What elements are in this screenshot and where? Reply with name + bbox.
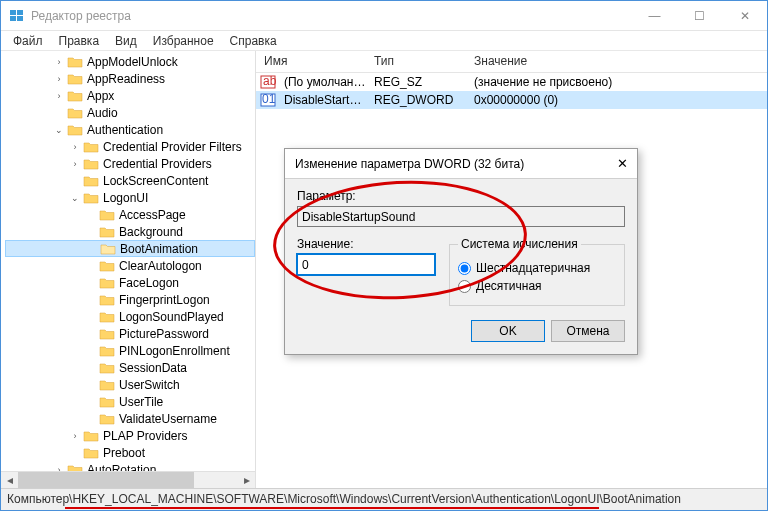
tree-item-label: LogonSoundPlayed bbox=[119, 310, 224, 324]
chevron-right-icon[interactable]: › bbox=[69, 159, 81, 169]
radio-hex[interactable]: Шестнадцатеричная bbox=[458, 261, 616, 275]
tree-item[interactable]: Preboot bbox=[5, 444, 255, 461]
dialog-title: Изменение параметра DWORD (32 бита) bbox=[295, 157, 600, 171]
dword-value-icon bbox=[260, 92, 276, 108]
tree-item-label: UserSwitch bbox=[119, 378, 180, 392]
col-value[interactable]: Значение bbox=[466, 51, 706, 72]
menu-file[interactable]: Файл bbox=[5, 32, 51, 50]
tree-item[interactable]: LockScreenContent bbox=[5, 172, 255, 189]
tree-item[interactable]: ›Appx bbox=[5, 87, 255, 104]
folder-icon bbox=[99, 259, 115, 273]
tree-item[interactable]: UserSwitch bbox=[5, 376, 255, 393]
tree-item[interactable]: FaceLogon bbox=[5, 274, 255, 291]
folder-icon bbox=[99, 310, 115, 324]
folder-icon bbox=[99, 208, 115, 222]
statusbar: Компьютер\HKEY_LOCAL_MACHINE\SOFTWARE\Mi… bbox=[1, 488, 767, 510]
folder-icon bbox=[99, 412, 115, 426]
string-value-icon bbox=[260, 74, 276, 90]
tree-item[interactable]: Audio bbox=[5, 104, 255, 121]
tree-item-label: AppReadiness bbox=[87, 72, 165, 86]
col-type[interactable]: Тип bbox=[366, 51, 466, 72]
window-titlebar: Редактор реестра — ☐ ✕ bbox=[1, 1, 767, 31]
chevron-right-icon[interactable]: › bbox=[53, 91, 65, 101]
chevron-right-icon[interactable]: › bbox=[53, 57, 65, 67]
cell-name: DisableStartupS... bbox=[280, 92, 370, 108]
tree-item-label: PicturePassword bbox=[119, 327, 209, 341]
tree-item-label: Background bbox=[119, 225, 183, 239]
chevron-right-icon[interactable]: › bbox=[69, 142, 81, 152]
tree-item-label: Credential Provider Filters bbox=[103, 140, 242, 154]
tree-item[interactable]: ClearAutologon bbox=[5, 257, 255, 274]
annotation-underline bbox=[65, 507, 599, 509]
tree-item-label: Authentication bbox=[87, 123, 163, 137]
tree-item[interactable]: UserTile bbox=[5, 393, 255, 410]
value-input[interactable] bbox=[297, 254, 435, 275]
tree-item-label: Audio bbox=[87, 106, 118, 120]
tree-item[interactable]: ›PLAP Providers bbox=[5, 427, 255, 444]
menu-edit[interactable]: Правка bbox=[51, 32, 108, 50]
base-legend: Система исчисления bbox=[458, 237, 581, 251]
folder-icon bbox=[99, 361, 115, 375]
list-header: Имя Тип Значение bbox=[256, 51, 767, 73]
tree-item[interactable]: ›AppModelUnlock bbox=[5, 53, 255, 70]
chevron-right-icon[interactable]: › bbox=[53, 74, 65, 84]
maximize-button[interactable]: ☐ bbox=[677, 1, 722, 30]
tree-item[interactable]: ⌄Authentication bbox=[5, 121, 255, 138]
folder-icon bbox=[83, 157, 99, 171]
cancel-button[interactable]: Отмена bbox=[551, 320, 625, 342]
scroll-left-icon[interactable]: ◂ bbox=[1, 472, 18, 489]
folder-icon bbox=[67, 123, 83, 137]
chevron-down-icon[interactable]: ⌄ bbox=[69, 193, 81, 203]
menubar: Файл Правка Вид Избранное Справка bbox=[1, 31, 767, 51]
tree-item[interactable]: AccessPage bbox=[5, 206, 255, 223]
tree-hscrollbar[interactable]: ◂ ▸ bbox=[1, 471, 255, 488]
radio-dec[interactable]: Десятичная bbox=[458, 279, 616, 293]
dialog-titlebar: Изменение параметра DWORD (32 бита) ✕ bbox=[285, 149, 637, 179]
close-button[interactable]: ✕ bbox=[722, 1, 767, 30]
folder-icon bbox=[83, 429, 99, 443]
tree-item-label: ValidateUsername bbox=[119, 412, 217, 426]
tree-item[interactable]: LogonSoundPlayed bbox=[5, 308, 255, 325]
scroll-right-icon[interactable]: ▸ bbox=[238, 472, 255, 489]
cell-value: 0x00000000 (0) bbox=[470, 92, 710, 108]
tree-item[interactable]: ›Credential Provider Filters bbox=[5, 138, 255, 155]
tree-item[interactable]: ›AppReadiness bbox=[5, 70, 255, 87]
ok-button[interactable]: OK bbox=[471, 320, 545, 342]
cell-value: (значение не присвоено) bbox=[470, 74, 710, 90]
dialog-close-button[interactable]: ✕ bbox=[600, 156, 628, 171]
menu-view[interactable]: Вид bbox=[107, 32, 145, 50]
tree-item[interactable]: ValidateUsername bbox=[5, 410, 255, 427]
chevron-down-icon[interactable]: ⌄ bbox=[53, 125, 65, 135]
menu-favorites[interactable]: Избранное bbox=[145, 32, 222, 50]
tree-item[interactable]: PINLogonEnrollment bbox=[5, 342, 255, 359]
cell-type: REG_SZ bbox=[370, 74, 470, 90]
folder-icon bbox=[100, 242, 116, 256]
folder-icon bbox=[67, 55, 83, 69]
folder-icon bbox=[99, 225, 115, 239]
tree-item[interactable]: ⌄LogonUI bbox=[5, 189, 255, 206]
menu-help[interactable]: Справка bbox=[222, 32, 285, 50]
status-path: Компьютер\HKEY_LOCAL_MACHINE\SOFTWARE\Mi… bbox=[7, 492, 681, 506]
folder-icon bbox=[99, 344, 115, 358]
cell-name: (По умолчанию) bbox=[280, 74, 370, 90]
tree-item[interactable]: BootAnimation bbox=[5, 240, 255, 257]
list-row[interactable]: DisableStartupS...REG_DWORD0x00000000 (0… bbox=[256, 91, 767, 109]
folder-icon bbox=[99, 327, 115, 341]
tree-item-label: Preboot bbox=[103, 446, 145, 460]
tree-item[interactable]: SessionData bbox=[5, 359, 255, 376]
tree-item-label: AccessPage bbox=[119, 208, 186, 222]
col-name[interactable]: Имя bbox=[256, 51, 366, 72]
cell-type: REG_DWORD bbox=[370, 92, 470, 108]
tree-item[interactable]: FingerprintLogon bbox=[5, 291, 255, 308]
folder-icon bbox=[83, 446, 99, 460]
folder-icon bbox=[83, 191, 99, 205]
app-icon bbox=[9, 8, 25, 24]
tree-item[interactable]: ›Credential Providers bbox=[5, 155, 255, 172]
minimize-button[interactable]: — bbox=[632, 1, 677, 30]
tree-pane: ›AppModelUnlock›AppReadiness›AppxAudio⌄A… bbox=[1, 51, 256, 488]
folder-icon bbox=[99, 378, 115, 392]
tree-item[interactable]: PicturePassword bbox=[5, 325, 255, 342]
tree-item[interactable]: Background bbox=[5, 223, 255, 240]
list-row[interactable]: (По умолчанию)REG_SZ(значение не присвое… bbox=[256, 73, 767, 91]
chevron-right-icon[interactable]: › bbox=[69, 431, 81, 441]
